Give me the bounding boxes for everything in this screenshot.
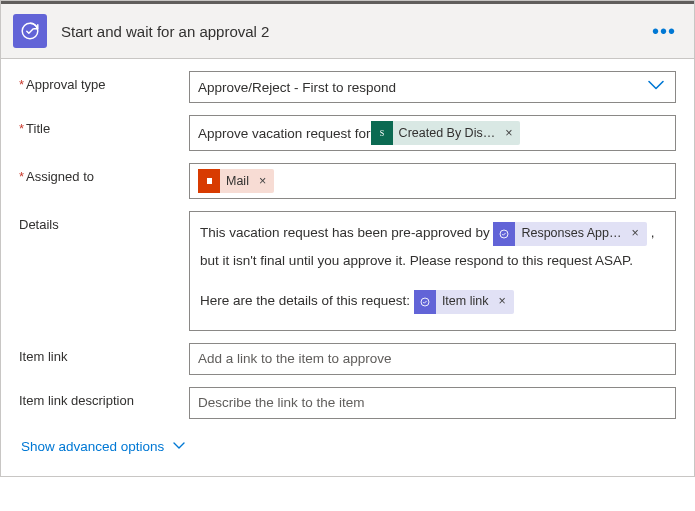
row-assigned-to: Assigned to Mail × [19, 163, 676, 199]
token-remove-icon[interactable]: × [630, 222, 647, 246]
label-item-link-desc: Item link description [19, 387, 189, 408]
token-label: Responses App… [515, 222, 629, 246]
show-advanced-label: Show advanced options [21, 439, 164, 454]
svg-rect-4 [207, 178, 212, 184]
approval-action-card: Start and wait for an approval 2 ••• App… [0, 0, 695, 477]
token-created-by[interactable]: S Created By Dis… × [371, 121, 521, 145]
item-link-field [189, 343, 676, 375]
card-title: Start and wait for an approval 2 [61, 23, 269, 40]
title-prefix-text: Approve vacation request for [198, 126, 371, 141]
card-menu-button[interactable]: ••• [648, 26, 680, 36]
details-input[interactable]: This vacation request has been pre-appro… [189, 211, 676, 331]
label-details: Details [19, 211, 189, 232]
sharepoint-icon: S [371, 121, 393, 145]
token-remove-icon[interactable]: × [257, 174, 274, 188]
row-title: Title Approve vacation request for S Cre… [19, 115, 676, 151]
item-link-desc-field [189, 387, 676, 419]
approval-type-select[interactable]: Approve/Reject - First to respond [189, 71, 676, 103]
details-text-1b: , [651, 225, 655, 240]
card-body: Approval type Approve/Reject - First to … [1, 59, 694, 476]
label-item-link: Item link [19, 343, 189, 364]
assigned-to-input[interactable]: Mail × [189, 163, 676, 199]
show-advanced-options-button[interactable]: Show advanced options [19, 431, 188, 472]
token-label: Item link [436, 290, 497, 314]
token-mail[interactable]: Mail × [198, 169, 274, 193]
chevron-down-icon [647, 80, 665, 95]
details-text-1a: This vacation request has been pre-appro… [200, 225, 493, 240]
token-remove-icon[interactable]: × [503, 126, 520, 140]
label-title: Title [19, 115, 189, 136]
token-label: Created By Dis… [393, 126, 504, 140]
token-label: Mail [220, 174, 257, 188]
card-header[interactable]: Start and wait for an approval 2 ••• [1, 1, 694, 59]
approvals-logo-icon [13, 14, 47, 48]
row-approval-type: Approval type Approve/Reject - First to … [19, 71, 676, 103]
label-approval-type: Approval type [19, 71, 189, 92]
title-input[interactable]: Approve vacation request for S Created B… [189, 115, 676, 151]
token-responses-app[interactable]: Responses App… × [493, 222, 646, 246]
approvals-icon [493, 222, 515, 246]
office-icon [198, 169, 220, 193]
label-assigned-to: Assigned to [19, 163, 189, 184]
token-item-link[interactable]: Item link × [414, 290, 514, 314]
approval-type-value: Approve/Reject - First to respond [198, 80, 396, 95]
details-text-2: but it isn't final until you approve it.… [200, 248, 665, 274]
item-link-desc-input[interactable] [198, 393, 667, 412]
chevron-down-icon [172, 441, 186, 451]
svg-text:S: S [379, 129, 383, 138]
details-text-3a: Here are the details of this request: [200, 293, 414, 308]
item-link-input[interactable] [198, 349, 667, 368]
approvals-icon [414, 290, 436, 314]
row-item-link: Item link [19, 343, 676, 375]
row-details: Details This vacation request has been p… [19, 211, 676, 331]
row-item-link-desc: Item link description [19, 387, 676, 419]
spacer [200, 274, 665, 288]
token-remove-icon[interactable]: × [496, 290, 513, 314]
